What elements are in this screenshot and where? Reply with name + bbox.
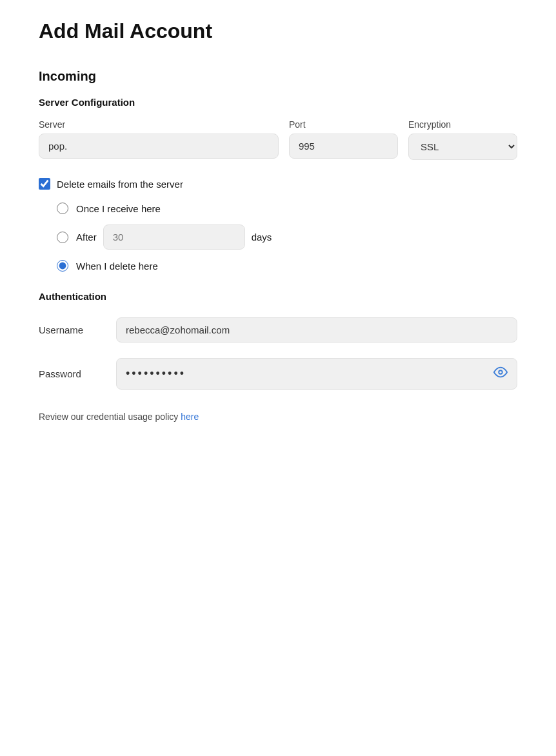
- svg-point-0: [499, 370, 502, 374]
- radio-when-label[interactable]: When I delete here: [76, 261, 158, 272]
- delete-radio-options: Once I receive here After days When I de…: [39, 203, 517, 272]
- username-label: Username: [39, 313, 116, 346]
- credential-policy: Review our credential usage policy here: [39, 412, 517, 422]
- server-row: Server Port Encryption SSL TLS None: [39, 119, 517, 160]
- server-col-label: Server: [39, 119, 279, 130]
- auth-table: Username rebecca@zohomail.com Password •…: [39, 313, 517, 393]
- port-col-label: Port: [289, 119, 398, 130]
- delete-emails-label[interactable]: Delete emails from the server: [57, 179, 183, 190]
- username-value: rebecca@zohomail.com: [126, 324, 230, 335]
- delete-section: Delete emails from the server Once I rec…: [39, 178, 517, 272]
- radio-when[interactable]: [57, 260, 68, 272]
- password-input-wrapper: ••••••••••: [116, 358, 517, 390]
- delete-checkbox-row: Delete emails from the server: [39, 178, 517, 190]
- server-input[interactable]: [39, 134, 279, 159]
- policy-text: Review our credential usage policy: [39, 412, 181, 422]
- after-row: After days: [76, 224, 272, 250]
- incoming-section: Incoming Server Configuration Server Por…: [39, 69, 517, 422]
- password-toggle-icon[interactable]: [493, 365, 508, 383]
- password-label: Password: [39, 354, 116, 393]
- username-input-wrapper: rebecca@zohomail.com: [116, 317, 517, 343]
- password-input-cell: ••••••••••: [116, 354, 517, 393]
- encryption-col-label: Encryption: [408, 119, 517, 130]
- radio-after-row: After days: [57, 224, 517, 250]
- server-config-section: Server Configuration Server Port Encrypt…: [39, 97, 517, 160]
- radio-once-label[interactable]: Once I receive here: [76, 203, 161, 214]
- username-input-cell: rebecca@zohomail.com: [116, 313, 517, 346]
- server-column: Server: [39, 119, 279, 159]
- port-input[interactable]: [289, 134, 398, 159]
- radio-after-label[interactable]: After: [76, 232, 97, 243]
- username-row: Username rebecca@zohomail.com: [39, 313, 517, 346]
- password-value: ••••••••••: [126, 367, 186, 381]
- port-column: Port: [289, 119, 398, 159]
- encryption-select[interactable]: SSL TLS None: [408, 134, 517, 160]
- authentication-title: Authentication: [39, 291, 517, 302]
- encryption-column: Encryption SSL TLS None: [408, 119, 517, 160]
- incoming-section-title: Incoming: [39, 69, 517, 84]
- policy-link[interactable]: here: [181, 412, 199, 422]
- radio-once[interactable]: [57, 203, 68, 214]
- delete-emails-checkbox[interactable]: [39, 178, 50, 190]
- after-days-input[interactable]: [103, 224, 245, 250]
- radio-once-row: Once I receive here: [57, 203, 517, 214]
- radio-when-row: When I delete here: [57, 260, 517, 272]
- server-config-label: Server Configuration: [39, 97, 517, 108]
- radio-after[interactable]: [57, 232, 68, 243]
- authentication-section: Authentication Username rebecca@zohomail…: [39, 291, 517, 422]
- page-title: Add Mail Account: [39, 19, 517, 43]
- days-label: days: [252, 232, 272, 243]
- password-row: Password ••••••••••: [39, 354, 517, 393]
